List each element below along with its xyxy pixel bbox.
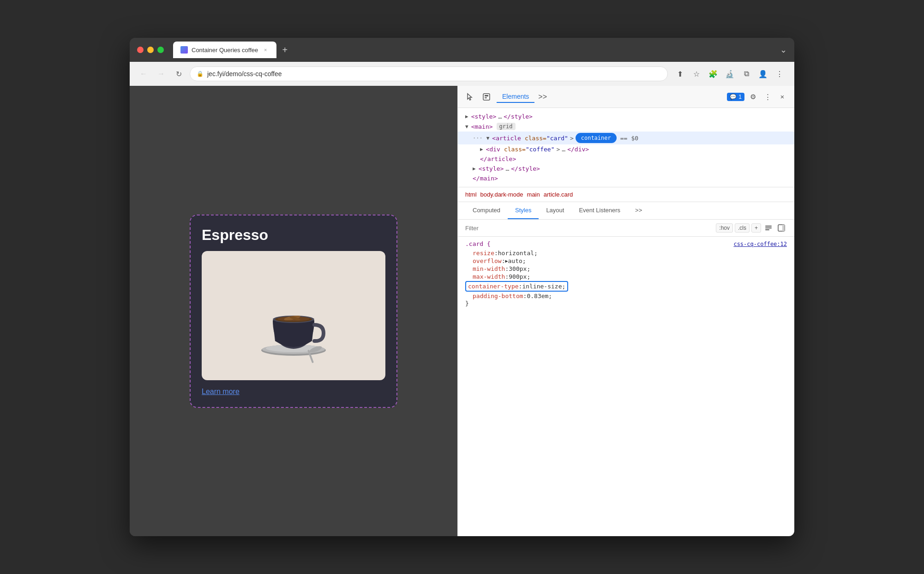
filter-input[interactable] — [465, 225, 712, 232]
add-style-button[interactable]: + — [751, 223, 761, 233]
share-button[interactable]: ⬆ — [672, 66, 687, 81]
css-prop-resize: resize : horizontal; — [465, 249, 787, 257]
browser-menu-button[interactable]: ⋮ — [772, 66, 787, 81]
styles-tabs: Computed Styles Layout Event Listeners >… — [458, 202, 794, 220]
container-type-highlight: container-type : inline-size; — [465, 281, 568, 292]
svg-rect-13 — [485, 97, 487, 98]
css-prop-padding-bottom: padding-bottom : 0.83em; — [465, 292, 787, 300]
css-prop-max-width: max-width : 900px; — [465, 273, 787, 281]
dom-row-style2[interactable]: ▶ <style> … </style> — [458, 164, 794, 173]
css-prop-min-width: min-width : 300px; — [465, 265, 787, 273]
tab-styles-more[interactable]: >> — [628, 202, 649, 219]
close-traffic-light[interactable] — [137, 47, 144, 53]
new-style-rule-icon[interactable] — [763, 222, 774, 233]
breadcrumb-main[interactable]: main — [527, 191, 540, 198]
svg-rect-16 — [765, 229, 769, 230]
card-title: Espresso — [202, 227, 385, 244]
main-content: Espresso — [130, 86, 794, 536]
filter-actions: :hov .cls + — [716, 222, 787, 233]
tab-close-button[interactable]: × — [262, 46, 269, 54]
breadcrumb-bar: html body.dark-mode main article.card — [458, 187, 794, 202]
breadcrumb-article[interactable]: article.card — [544, 191, 573, 198]
css-source[interactable]: css-cq-coffee:12 — [733, 241, 787, 247]
hov-filter-button[interactable]: :hov — [716, 223, 733, 233]
cls-filter-button[interactable]: .cls — [735, 223, 750, 233]
svg-rect-14 — [765, 226, 772, 227]
forward-button[interactable]: → — [155, 67, 168, 80]
devtools-tab-actions: 💬 1 ⚙ ⋮ × — [727, 90, 789, 103]
breadcrumb-html[interactable]: html — [465, 191, 477, 198]
profile-button[interactable]: 👤 — [756, 66, 770, 81]
capture-button[interactable]: 🔬 — [722, 66, 737, 81]
dom-row-div-coffee[interactable]: ▶ <div class="coffee" > … </div> — [458, 144, 794, 154]
dom-toggle-article[interactable]: ▼ — [486, 135, 490, 141]
maximize-traffic-light[interactable] — [157, 47, 164, 53]
grid-badge: grid — [497, 123, 516, 130]
lock-icon: 🔒 — [197, 71, 204, 77]
tab-menu-button[interactable]: ⌄ — [780, 45, 787, 55]
devtools-toolbar: Elements >> 💬 1 ⚙ ⋮ × — [458, 86, 794, 108]
browser-window: Container Queries coffee × + ⌄ ← → ↻ 🔒 j… — [130, 38, 794, 536]
dom-toggle[interactable]: ▶ — [465, 114, 468, 120]
back-button[interactable]: ← — [137, 67, 150, 80]
css-rule-header: .card { css-cq-coffee:12 — [465, 240, 787, 247]
css-prop-container-type: container-type : inline-size; — [465, 281, 787, 292]
new-tab-button[interactable]: + — [278, 43, 291, 56]
tab-favicon — [180, 46, 188, 54]
css-rules: .card { css-cq-coffee:12 resize : horizo… — [458, 237, 794, 536]
svg-rect-15 — [765, 227, 772, 228]
dom-row-main[interactable]: ▼ <main> grid — [458, 121, 794, 132]
devtools-panel: Elements >> 💬 1 ⚙ ⋮ × ▶ <style> — [457, 86, 794, 536]
learn-more-link[interactable]: Learn more — [202, 388, 385, 396]
breadcrumb-body[interactable]: body.dark-mode — [480, 191, 523, 198]
dom-row-main-close: </main> — [458, 173, 794, 183]
tab-styles[interactable]: Styles — [508, 202, 539, 219]
split-button[interactable]: ⧉ — [739, 66, 754, 81]
dom-row-style1[interactable]: ▶ <style> … </style> — [458, 112, 794, 121]
devtools-tab-bar: Elements >> — [497, 91, 723, 103]
filter-bar: :hov .cls + — [458, 220, 794, 237]
toggle-sidebar-icon[interactable] — [776, 222, 787, 233]
title-bar: Container Queries coffee × + ⌄ — [130, 38, 794, 62]
coffee-illustration — [247, 265, 340, 366]
container-badge: container — [576, 133, 617, 143]
dom-toggle-coffee[interactable]: ▶ — [480, 146, 483, 152]
tab-title: Container Queries coffee — [192, 47, 258, 54]
active-tab[interactable]: Container Queries coffee × — [173, 42, 276, 58]
bookmark-button[interactable]: ☆ — [689, 66, 704, 81]
traffic-lights — [137, 47, 164, 53]
dom-toggle-style2[interactable]: ▶ — [473, 166, 476, 172]
reload-button[interactable]: ↻ — [172, 67, 185, 80]
devtools-settings-button[interactable]: ⚙ — [746, 90, 759, 103]
devtools-close-button[interactable]: × — [776, 90, 789, 103]
dom-toggle-main[interactable]: ▼ — [465, 124, 468, 130]
chat-icon: 💬 — [730, 94, 737, 100]
tab-elements[interactable]: Elements — [497, 91, 534, 103]
address-bar[interactable]: 🔒 jec.fyi/demo/css-cq-coffee — [190, 66, 668, 81]
tab-bar: Container Queries coffee × + — [173, 42, 774, 58]
svg-rect-18 — [782, 225, 785, 231]
notification-count: 1 — [738, 94, 742, 100]
minimize-traffic-light[interactable] — [147, 47, 154, 53]
css-selector[interactable]: .card { — [465, 240, 491, 247]
nav-bar: ← → ↻ 🔒 jec.fyi/demo/css-cq-coffee ⬆ ☆ 🧩… — [130, 62, 794, 86]
tab-computed[interactable]: Computed — [465, 202, 508, 219]
nav-actions: ⬆ ☆ 🧩 🔬 ⧉ 👤 ⋮ — [672, 66, 787, 81]
tab-more-button[interactable]: >> — [534, 91, 551, 103]
svg-rect-11 — [483, 94, 490, 100]
coffee-image — [202, 251, 385, 380]
dom-row-article[interactable]: ··· ▼ <article class="card" > container … — [458, 132, 794, 144]
svg-rect-12 — [485, 95, 488, 96]
notification-badge: 💬 1 — [727, 93, 744, 101]
inspect-element-icon[interactable] — [480, 90, 493, 103]
url-text: jec.fyi/demo/css-cq-coffee — [207, 70, 282, 78]
dom-row-article-close: </article> — [458, 154, 794, 164]
inspector-cursor-icon[interactable] — [463, 90, 476, 103]
devtools-more-button[interactable]: ⋮ — [761, 90, 774, 103]
tab-event-listeners[interactable]: Event Listeners — [571, 202, 628, 219]
css-prop-overflow: overflow : ▶ auto; — [465, 257, 787, 265]
css-close-brace: } — [465, 300, 787, 307]
extensions-button[interactable]: 🧩 — [706, 66, 720, 81]
page-viewport: Espresso — [130, 86, 457, 536]
tab-layout[interactable]: Layout — [539, 202, 571, 219]
